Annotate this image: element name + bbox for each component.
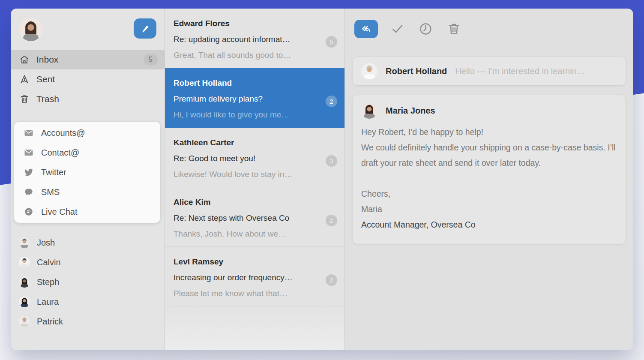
- sidebar-item-twitter[interactable]: Twitter: [14, 162, 160, 182]
- conversation-sender: Levi Ramsey: [174, 257, 319, 267]
- sidebar-item-inbox[interactable]: Inbox 5: [11, 50, 165, 69]
- sidebar-item-sms[interactable]: SMS: [14, 182, 160, 202]
- sidebar-item-teammate-laura[interactable]: Laura: [11, 292, 165, 312]
- message-line: Maria: [361, 201, 617, 217]
- collapsed-message[interactable]: Robert Holland Hello — I’m interested in…: [353, 57, 626, 85]
- twitter-icon: [24, 167, 34, 177]
- unread-count-badge: 5: [326, 36, 337, 48]
- check-icon: [390, 22, 404, 36]
- conversation-preview: Great. That all sounds good to…: [174, 51, 319, 60]
- resolve-button[interactable]: [388, 20, 406, 38]
- conversation-sender: Edward Flores: [174, 19, 319, 28]
- teammate-avatar: [19, 257, 30, 268]
- folder-label: Sent: [36, 74, 55, 84]
- conversation-list: Edward Flores Re: updating account infor…: [165, 9, 345, 350]
- sidebar-item-teammate-josh[interactable]: Josh: [11, 233, 165, 252]
- teammate-avatar: [19, 296, 30, 307]
- sidebar-item-accounts-inbox[interactable]: Accounts@: [14, 123, 160, 143]
- trash-icon: [19, 94, 30, 104]
- teammate-avatar: [19, 276, 30, 288]
- app-window: Inbox 5 Sent Trash: [11, 9, 633, 350]
- collapsed-sender-name: Robert Holland: [386, 66, 447, 76]
- channel-label: SMS: [41, 187, 60, 197]
- sidebar-item-teammate-patrick[interactable]: Patrick: [11, 312, 165, 331]
- snooze-button[interactable]: [416, 20, 434, 38]
- desktop-background: Inbox 5 Sent Trash: [0, 0, 644, 360]
- collapsed-message-preview: Hello — I’m interested in learnin…: [455, 66, 616, 76]
- compose-button[interactable]: [134, 18, 156, 39]
- conversation-subject: Re: Next steps with Oversea Co: [174, 213, 319, 223]
- conversation-row-levi-ramsey[interactable]: Levi Ramsey Increasing our order frequen…: [165, 247, 344, 306]
- clock-icon: [419, 22, 433, 36]
- user-avatar[interactable]: [19, 18, 42, 41]
- sidebar-header: [11, 9, 165, 50]
- conversation-preview: Hi, I would like to give you me…: [174, 110, 319, 120]
- folder-label: Trash: [36, 94, 59, 104]
- conversation-subject: Re: updating account informat…: [174, 35, 319, 44]
- conversation-preview: Please let me know what that…: [174, 289, 319, 298]
- channels-card: Accounts@ Contact@ Twitter: [14, 122, 160, 223]
- thread-toolbar: [345, 9, 633, 49]
- conversation-subject: Increasing our order frequency…: [174, 273, 319, 282]
- sidebar: Inbox 5 Sent Trash: [11, 9, 165, 350]
- channel-label: Live Chat: [41, 207, 78, 217]
- envelope-icon: [24, 147, 34, 158]
- conversation-list-empty-space: [165, 306, 344, 350]
- channel-label: Accounts@: [41, 128, 85, 138]
- sidebar-item-live-chat[interactable]: Live Chat: [14, 202, 160, 222]
- inbox-count-badge: 5: [144, 54, 158, 65]
- folder-label: Inbox: [36, 54, 58, 65]
- expanded-message: Maria Jones Hey Robert, I’d be happy to …: [353, 95, 626, 244]
- conversation-sender: Kathleen Carter: [174, 138, 319, 147]
- sidebar-item-sent[interactable]: Sent: [11, 69, 165, 89]
- unread-count-badge: 2: [326, 96, 337, 107]
- conversation-subject: Re: Good to meet you!: [174, 154, 319, 163]
- message-line: Cheers,: [361, 186, 617, 201]
- channel-label: Twitter: [41, 168, 66, 177]
- conversation-sender: Robert Holland: [174, 78, 319, 88]
- home-icon: [19, 54, 30, 65]
- teammate-name: Josh: [37, 238, 55, 248]
- unread-count-badge: 3: [326, 155, 337, 167]
- conversation-row-alice-kim[interactable]: Alice Kim Re: Next steps with Oversea Co…: [165, 187, 344, 247]
- trash-icon: [447, 22, 461, 36]
- conversation-subject: Premium delivery plans?: [174, 94, 319, 104]
- live-chat-icon: [24, 207, 34, 217]
- teammate-avatar: [19, 237, 30, 248]
- unread-count-badge: 2: [326, 274, 337, 286]
- paper-plane-icon: [19, 74, 30, 84]
- chat-bubble-icon: [24, 187, 34, 197]
- envelope-icon: [24, 128, 34, 138]
- delete-button[interactable]: [445, 20, 463, 38]
- message-signature: Account Manager, Oversea Co: [361, 217, 617, 232]
- sidebar-item-trash[interactable]: Trash: [11, 89, 165, 109]
- channel-label: Contact@: [41, 148, 79, 158]
- reply-all-button[interactable]: [354, 20, 378, 38]
- conversation-row-robert-holland[interactable]: Robert Holland Premium delivery plans? H…: [165, 68, 344, 128]
- teammate-name: Steph: [37, 277, 59, 287]
- reply-all-icon: [360, 23, 372, 35]
- thread-pane: Robert Holland Hello — I’m interested in…: [345, 9, 633, 350]
- teammate-name: Patrick: [37, 317, 63, 327]
- sidebar-item-teammate-steph[interactable]: Steph: [11, 272, 165, 292]
- teammate-name: Calvin: [37, 258, 61, 267]
- teammate-avatar: [19, 316, 30, 327]
- teammate-list: Josh Calvin Steph Laura Patrick: [11, 233, 165, 331]
- message-line: Hey Robert, I’d be happy to help!: [361, 124, 617, 140]
- sender-avatar: [361, 63, 377, 79]
- conversation-preview: Likewise! Would love to stay in…: [174, 170, 319, 179]
- message-header[interactable]: Maria Jones: [361, 102, 617, 119]
- conversation-row-kathleen-carter[interactable]: Kathleen Carter Re: Good to meet you! Li…: [165, 128, 344, 187]
- conversation-row-edward-flores[interactable]: Edward Flores Re: updating account infor…: [165, 9, 344, 68]
- conversation-preview: Thanks, Josh. How about we…: [174, 229, 319, 239]
- message-sender-name: Maria Jones: [386, 106, 435, 116]
- sidebar-item-contact-inbox[interactable]: Contact@: [14, 143, 160, 162]
- unread-count-badge: 2: [326, 215, 337, 226]
- conversation-sender: Alice Kim: [174, 198, 319, 207]
- pencil-icon: [141, 24, 150, 33]
- message-body: Hey Robert, I’d be happy to help! We cou…: [361, 124, 617, 232]
- sidebar-item-teammate-calvin[interactable]: Calvin: [11, 252, 165, 272]
- teammate-name: Laura: [37, 297, 59, 307]
- message-line: We could definitely handle your shipping…: [361, 140, 617, 171]
- sender-avatar: [361, 102, 377, 119]
